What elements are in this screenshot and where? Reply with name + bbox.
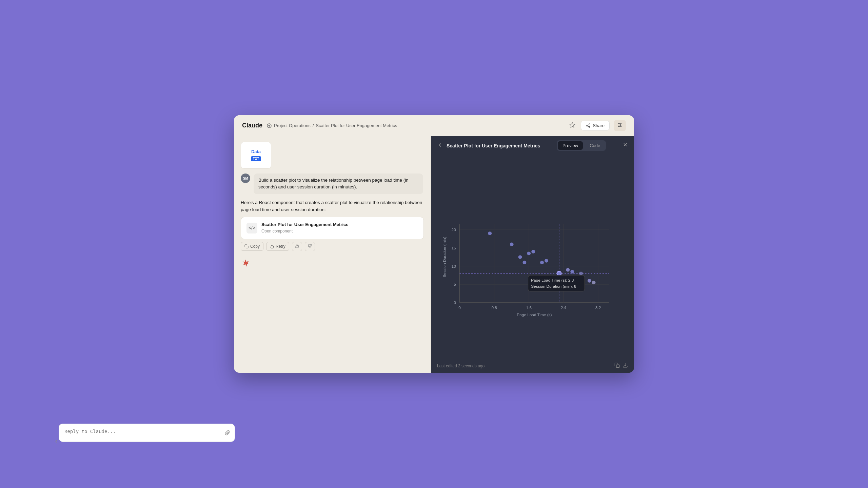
svg-line-6 <box>588 124 589 125</box>
svg-text:5: 5 <box>454 282 456 287</box>
preview-panel-title: Scatter Plot for User Engagement Metrics <box>447 143 540 148</box>
svg-point-49 <box>557 271 561 276</box>
duplicate-button[interactable] <box>614 363 620 369</box>
svg-text:20: 20 <box>452 227 456 232</box>
tab-code[interactable]: Code <box>585 141 605 150</box>
download-button[interactable] <box>623 363 628 369</box>
svg-point-44 <box>522 261 526 264</box>
svg-text:0: 0 <box>458 305 461 310</box>
svg-text:0.8: 0.8 <box>491 305 497 310</box>
svg-point-45 <box>527 251 531 255</box>
component-title: Scatter Plot for User Engagement Metrics <box>261 221 418 228</box>
copy-button[interactable]: Copy <box>241 242 263 251</box>
svg-point-48 <box>545 259 548 263</box>
svg-point-12 <box>619 126 620 127</box>
user-bubble: Build a scatter plot to visualize the re… <box>254 174 423 194</box>
component-card[interactable]: </> Scatter Plot for User Engagement Met… <box>241 217 424 239</box>
thumbs-up-button[interactable] <box>292 242 302 251</box>
svg-point-11 <box>620 125 621 126</box>
chart-area: Session Duration (min) <box>431 155 634 359</box>
svg-point-52 <box>579 272 583 276</box>
svg-point-4 <box>589 126 590 128</box>
project-icon <box>267 123 272 128</box>
share-label: Share <box>593 123 605 128</box>
svg-text:15: 15 <box>452 246 456 250</box>
download-icon <box>623 363 628 368</box>
app-logo: Claude <box>242 122 262 129</box>
data-file-label: Data <box>251 149 261 154</box>
svg-text:3.2: 3.2 <box>595 305 601 310</box>
user-message: SM Build a scatter plot to visualize the… <box>241 174 424 194</box>
breadcrumb-separator: / <box>313 123 314 128</box>
header-right: Share <box>568 120 626 131</box>
svg-point-2 <box>589 124 590 125</box>
user-avatar: SM <box>241 174 250 183</box>
close-preview-button[interactable] <box>623 142 628 149</box>
settings-icon <box>617 122 623 128</box>
svg-point-3 <box>587 125 588 126</box>
chart-container: Session Duration (min) <box>438 162 627 352</box>
star-button[interactable] <box>568 121 577 130</box>
svg-text:2.4: 2.4 <box>561 305 567 310</box>
duplicate-icon <box>614 363 620 368</box>
breadcrumb-page: Scatter Plot for User Engagement Metrics <box>316 123 397 128</box>
thumbs-up-icon <box>295 244 299 248</box>
action-bar: Copy Retry <box>241 242 424 251</box>
component-icon: </> <box>246 223 257 233</box>
back-button[interactable] <box>437 142 443 149</box>
svg-text:Page Load Time (s): Page Load Time (s) <box>517 312 552 317</box>
close-icon <box>623 142 628 147</box>
svg-point-43 <box>518 255 522 259</box>
scatter-chart: Session Duration (min) <box>438 162 627 352</box>
header-left: Claude Project Operations / Scatter Plot… <box>242 122 397 129</box>
content-area: Data TXT SM Build a scatter plot to visu… <box>234 136 634 373</box>
svg-rect-13 <box>246 246 249 248</box>
svg-line-5 <box>588 126 589 126</box>
svg-text:Session Duration (min): Session Duration (min) <box>442 237 447 277</box>
svg-text:Page Load Time (s): 2.3: Page Load Time (s): 2.3 <box>531 278 574 283</box>
share-button[interactable]: Share <box>581 121 610 130</box>
last-edited-text: Last edited 2 seconds ago <box>437 364 485 368</box>
preview-panel: Scatter Plot for User Engagement Metrics… <box>431 136 634 373</box>
svg-point-51 <box>570 270 574 273</box>
svg-text:Session Duration (min): 8: Session Duration (min): 8 <box>531 284 576 289</box>
retry-label: Retry <box>276 244 285 249</box>
txt-badge: TXT <box>251 156 261 161</box>
star-icon <box>569 122 575 128</box>
svg-rect-16 <box>438 195 627 319</box>
settings-button[interactable] <box>614 120 626 131</box>
svg-text:0: 0 <box>454 300 456 305</box>
svg-text:1.6: 1.6 <box>526 305 532 310</box>
code-icon: </> <box>249 224 255 231</box>
breadcrumb-project: Project Operations <box>274 123 311 128</box>
component-info: Scatter Plot for User Engagement Metrics… <box>261 221 418 235</box>
tab-preview[interactable]: Preview <box>558 141 583 150</box>
svg-point-47 <box>540 261 544 264</box>
svg-point-54 <box>592 281 596 284</box>
claude-logo-icon <box>241 259 250 268</box>
main-window: Claude Project Operations / Scatter Plot… <box>234 115 634 373</box>
data-file-card[interactable]: Data TXT <box>241 142 271 169</box>
thumbs-down-button[interactable] <box>305 242 315 251</box>
svg-point-41 <box>488 231 492 235</box>
retry-icon <box>270 244 274 248</box>
claude-thinking <box>241 259 424 269</box>
svg-text:10: 10 <box>452 264 456 269</box>
preview-footer: Last edited 2 seconds ago <box>431 359 634 373</box>
chat-panel: Data TXT SM Build a scatter plot to visu… <box>234 136 431 373</box>
retry-button[interactable]: Retry <box>266 242 289 251</box>
preview-title-area: Scatter Plot for User Engagement Metrics <box>437 142 540 149</box>
share-icon <box>586 123 591 128</box>
footer-actions <box>614 363 628 369</box>
svg-point-50 <box>566 268 570 272</box>
svg-point-10 <box>619 123 620 124</box>
breadcrumb: Project Operations / Scatter Plot for Us… <box>267 123 397 128</box>
copy-label: Copy <box>250 244 260 249</box>
svg-rect-58 <box>616 365 619 368</box>
svg-point-46 <box>531 250 535 253</box>
component-subtitle: Open component <box>261 228 418 235</box>
copy-icon <box>244 244 249 248</box>
assistant-response: Here's a React component that creates a … <box>241 199 424 251</box>
svg-point-53 <box>588 279 591 283</box>
back-icon <box>437 142 443 148</box>
